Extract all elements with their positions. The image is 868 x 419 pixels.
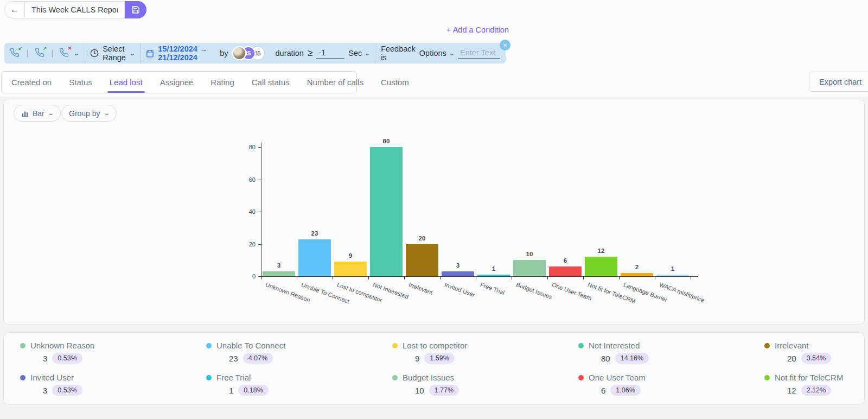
bar-value-label: 10 [513,251,546,257]
legend-percent-badge: 14.16% [615,353,649,364]
user-avatar [232,46,246,60]
x-axis [261,276,698,277]
tab-rating[interactable]: Rating [202,72,242,93]
incoming-call-icon[interactable]: ↙ [10,48,21,59]
legend-percent-badge: 1.59% [424,353,454,364]
duration-filter: duration ≥ Sec ⌄ [270,43,375,64]
bar-value-label: 6 [549,257,582,264]
y-tick-label: 40 [239,208,256,215]
legend-label: Invited User [30,373,74,382]
legend-percent-badge: 1.06% [610,385,640,396]
outgoing-call-icon[interactable]: ↗ [35,48,46,59]
legend-item-one-user-team[interactable]: One User Team61.06% [578,373,764,398]
y-tick-label: 80 [239,144,256,150]
legend-item-unable-to-connect[interactable]: Unable To Connect234.07% [206,341,392,366]
bar-irrelevant[interactable] [406,244,438,277]
report-title-bar: ← [4,1,146,18]
bar-budget-issues[interactable] [513,260,546,276]
assignee-filter[interactable]: by IS 35 [219,43,270,64]
save-button[interactable] [125,1,146,18]
legend-item-budget-issues[interactable]: Budget Issues101.77% [392,373,578,398]
bar-value-label: 80 [370,138,403,144]
legend-color-dot [764,375,770,380]
x-axis-category-label: Budget Issues [515,281,553,300]
x-tick-mark [583,277,584,280]
separator: | [24,49,31,58]
duration-unit-label: Sec [348,49,362,58]
missed-x-glyph: ✕ [68,46,72,51]
legend-item-not-interested[interactable]: Not Interested8014.16% [578,341,764,366]
bar-one-user-team[interactable] [549,266,582,276]
legend-label: Free Trial [216,373,251,382]
tab-assignee[interactable]: Assignee [151,72,202,93]
tab-status[interactable]: Status [60,72,101,93]
legend-color-dot [206,375,212,380]
tab-call-status[interactable]: Call status [243,72,298,93]
duration-unit-dropdown[interactable]: Sec ⌄ [348,49,369,58]
add-condition-link[interactable]: + Add a Condition [446,26,509,34]
back-button[interactable]: ← [4,1,25,18]
bar-waca-misfit-price[interactable] [656,275,689,276]
export-chart-button[interactable]: Export chart [809,72,868,92]
date-range-value[interactable]: 15/12/2024 → 21/12/2024 [158,45,213,62]
y-tick-mark [258,212,261,212]
bar-chart: 0204060803Unknown Reason23Unable To Conn… [4,99,864,324]
legend-grid: Unknown Reason30.53%Unable To Connect234… [4,333,864,398]
legend-color-dot [764,343,770,348]
feedback-label: Feedback is [381,45,416,62]
legend-item-irrelevant[interactable]: Irrelevant203.54% [764,341,865,366]
bar-not-fit-for-telecrm[interactable] [585,257,617,276]
bar-not-interested[interactable] [370,147,403,276]
report-tabs: Created onStatusLead lostAssigneeRatingC… [1,71,357,93]
feedback-text-input[interactable] [458,47,500,59]
avatar-stack[interactable]: IS 35 [232,46,265,60]
bar-unknown-reason[interactable] [263,271,295,276]
bar-unable-to-connect[interactable] [298,239,331,276]
calendar-icon [146,49,154,58]
bar-lost-to-competitor[interactable] [334,262,367,276]
legend-item-lost-to-competitor[interactable]: Lost to competitor91.59% [392,341,578,366]
legend-count: 9 [415,354,419,363]
legend-item-free-trial[interactable]: Free Trial10.18% [206,373,392,398]
legend-color-dot [20,343,25,348]
legend-percent-badge: 0.18% [238,385,268,396]
missed-call-icon[interactable]: ✕ [59,48,70,59]
bar-free-trial[interactable] [477,275,510,276]
feedback-filter: Feedback is Options ⌄ [375,43,506,64]
tab-custom[interactable]: Custom [372,72,418,93]
duration-label: duration [276,49,304,58]
gte-operator: ≥ [308,48,312,59]
x-axis-category-label: One User Team [551,281,592,302]
bar-invited-user[interactable] [442,271,474,276]
bar-value-label: 2 [621,264,653,270]
legend-count: 6 [601,386,605,395]
legend-percent-badge: 2.12% [801,385,831,396]
legend-color-dot [392,375,398,380]
legend-item-invited-user[interactable]: Invited User30.53% [20,373,206,398]
bar-value-label: 12 [585,247,617,254]
filter-bar: ↙ | ↗ | ✕ ⌄ Select Range ⌄ [4,43,506,64]
legend-percent-badge: 1.77% [429,385,459,396]
chevron-down-icon[interactable]: ⌄ [73,50,80,57]
tab-number-of-calls[interactable]: Number of calls [298,72,372,93]
legend-item-not-fit-for-telecrm[interactable]: Not fit for TeleCRM122.12% [764,373,865,398]
legend-item-unknown-reason[interactable]: Unknown Reason30.53% [20,341,206,366]
report-title-input[interactable] [25,1,125,18]
bar-language-barrier[interactable] [621,273,653,276]
bar-value-label: 20 [406,235,438,242]
y-tick-mark [258,147,261,148]
incoming-arrow-glyph: ↙ [18,46,22,51]
chevron-down-icon: ⌄ [363,50,371,57]
bar-value-label: 1 [656,265,689,272]
legend-count: 3 [43,354,47,363]
select-range-dropdown[interactable]: Select Range ⌄ [85,43,140,64]
remove-filter-button[interactable]: ✕ [500,40,510,50]
duration-value-input[interactable] [316,47,344,59]
tab-created-on[interactable]: Created on [3,72,60,93]
bar-value-label: 3 [442,262,474,269]
tab-lead-lost[interactable]: Lead lost [101,72,151,93]
legend-percent-badge: 0.53% [52,385,82,396]
bar-value-label: 1 [477,265,510,272]
date-range-picker[interactable]: 15/12/2024 → 21/12/2024 [141,43,219,64]
options-dropdown[interactable]: Options ⌄ [419,49,454,58]
